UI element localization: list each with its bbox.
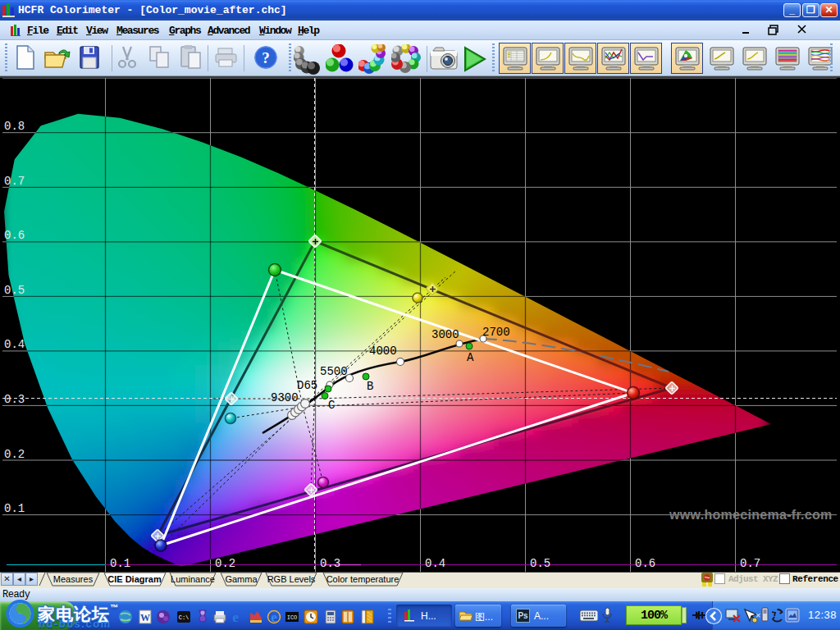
svg-text:C:\: C:\ bbox=[179, 614, 189, 621]
svg-text:www.homecinema-fr.com: www.homecinema-fr.com bbox=[669, 508, 833, 522]
svg-text:C: C bbox=[328, 399, 335, 412]
svg-text:Color temperature: Color temperature bbox=[326, 574, 399, 584]
svg-text:Luminance: Luminance bbox=[171, 574, 215, 584]
svg-text:3000: 3000 bbox=[431, 328, 459, 341]
svg-text:0.4: 0.4 bbox=[4, 338, 25, 351]
svg-text:0.2: 0.2 bbox=[215, 557, 235, 570]
svg-text:0.6: 0.6 bbox=[635, 557, 655, 570]
svg-text:e: e bbox=[232, 609, 239, 624]
svg-text:0.4: 0.4 bbox=[425, 557, 445, 570]
svg-text:ICO: ICO bbox=[287, 614, 298, 621]
svg-text:0.1: 0.1 bbox=[110, 557, 130, 570]
svg-text:?: ? bbox=[262, 49, 270, 66]
svg-text:Gamma: Gamma bbox=[225, 574, 258, 584]
svg-text:W: W bbox=[140, 612, 150, 623]
svg-text:0.6: 0.6 bbox=[4, 229, 25, 242]
svg-text:0.5: 0.5 bbox=[4, 284, 25, 297]
svg-text:0.7: 0.7 bbox=[740, 557, 760, 570]
svg-text:RGB Levels: RGB Levels bbox=[267, 574, 316, 584]
svg-text:0.5: 0.5 bbox=[530, 557, 550, 570]
svg-text:0.1: 0.1 bbox=[4, 502, 25, 515]
svg-text:D65: D65 bbox=[297, 379, 317, 392]
svg-text:B: B bbox=[367, 380, 373, 393]
svg-text:5500: 5500 bbox=[320, 365, 348, 378]
svg-text:0.2: 0.2 bbox=[4, 448, 25, 461]
svg-text:0.8: 0.8 bbox=[4, 120, 25, 133]
svg-text:A: A bbox=[467, 351, 474, 364]
svg-text:Measures: Measures bbox=[53, 574, 94, 584]
svg-text:0.3: 0.3 bbox=[4, 393, 25, 406]
svg-text:2700: 2700 bbox=[482, 326, 510, 339]
svg-text:4000: 4000 bbox=[369, 345, 397, 358]
svg-text:0.7: 0.7 bbox=[4, 175, 25, 188]
svg-text:CIE Diagram: CIE Diagram bbox=[107, 574, 162, 584]
svg-text:9300: 9300 bbox=[271, 391, 299, 404]
svg-text:0.3: 0.3 bbox=[320, 557, 340, 570]
